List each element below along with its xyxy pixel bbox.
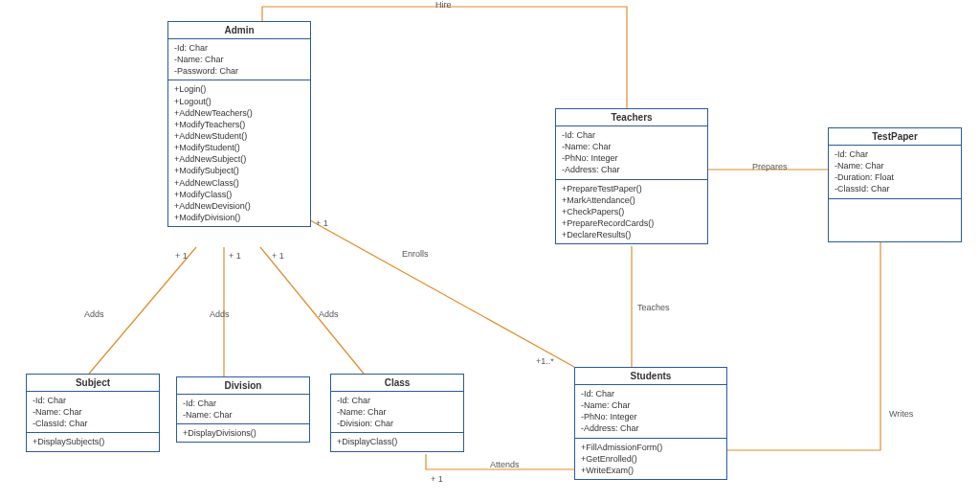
attr: -Name: Char <box>337 406 457 418</box>
method: +PrepareTestPaper() <box>562 183 702 194</box>
label-writes: Writes <box>889 409 913 419</box>
methods: +DisplayDivisions() <box>177 424 309 442</box>
label-hire: Hire <box>435 0 452 10</box>
attr: -Name: Char <box>562 141 702 152</box>
attributes: -Id: Char -Name: Char <box>177 395 309 424</box>
attr: -Name: Char <box>183 409 303 421</box>
attr: -Duration: Float <box>835 171 955 183</box>
attr: -Name: Char <box>835 160 955 171</box>
label-adds-3: Adds <box>319 309 339 319</box>
attr: -Address: Char <box>581 422 721 434</box>
label-teaches: Teaches <box>637 303 670 312</box>
attr: -Name: Char <box>581 399 721 411</box>
attr: -Name: Char <box>33 406 153 418</box>
method: +ModifyTeachers() <box>174 119 304 130</box>
attributes: -Id: Char -Name: Char -Division: Char <box>331 392 463 433</box>
class-title: Division <box>177 377 309 395</box>
attr: -PhNo: Integer <box>581 411 721 422</box>
attributes: -Id: Char -Name: Char -PhNo: Integer -Ad… <box>556 126 707 180</box>
method: +WriteExam() <box>581 465 721 476</box>
label-prepares: Prepares <box>752 162 788 171</box>
methods: +DisplaySubjects() <box>27 433 159 450</box>
attr: -Id: Char <box>183 398 303 409</box>
attributes: -Id: Char -Name: Char -Password: Char <box>168 39 310 80</box>
methods: +DisplayClass() <box>331 433 463 450</box>
class-testpaper: TestPaper -Id: Char -Name: Char -Duratio… <box>828 127 962 242</box>
attributes: -Id: Char -Name: Char -ClassId: Char <box>27 392 159 433</box>
mult-admin-division: + 1 <box>229 251 241 261</box>
mult-admin-class: + 1 <box>272 251 284 261</box>
attr: -ClassId: Char <box>835 183 955 194</box>
method: +Logout() <box>174 96 304 107</box>
attr: -Password: Char <box>174 65 304 77</box>
class-subject: Subject -Id: Char -Name: Char -ClassId: … <box>26 374 160 452</box>
attr: -Id: Char <box>562 129 702 141</box>
methods <box>829 199 961 241</box>
method: +DisplaySubjects() <box>33 436 153 447</box>
methods: +Login() +Logout() +AddNewTeachers() +Mo… <box>168 80 310 226</box>
mult-admin-subject: + 1 <box>175 251 188 261</box>
method: +DisplayClass() <box>337 436 457 447</box>
class-title: Admin <box>168 22 310 39</box>
method: +AddNewClass() <box>174 177 304 189</box>
class-division: Division -Id: Char -Name: Char +DisplayD… <box>176 376 310 443</box>
class-title: Subject <box>27 375 159 392</box>
method: +GetEnrolled() <box>581 453 721 465</box>
method: +MarkAttendance() <box>562 194 702 206</box>
methods: +PrepareTestPaper() +MarkAttendance() +C… <box>556 180 707 244</box>
method: +Login() <box>174 83 304 95</box>
attributes: -Id: Char -Name: Char -PhNo: Integer -Ad… <box>575 385 726 439</box>
mult-class-attends: + 1 <box>431 474 443 484</box>
method: +DisplayDivisions() <box>183 427 303 439</box>
method: +ModifyClass() <box>174 189 304 200</box>
label-enrolls: Enrolls <box>402 249 429 259</box>
method: +DeclareResults() <box>562 229 702 240</box>
class-title: Students <box>575 368 726 385</box>
class-title: TestPaper <box>829 128 961 146</box>
method: +AddNewStudent() <box>174 130 304 142</box>
method: +FillAdmissionForm() <box>581 442 721 453</box>
label-attends: Attends <box>490 460 520 469</box>
mult-admin-students: + 1 <box>316 218 328 228</box>
method: +AddNewSubject() <box>174 153 304 165</box>
class-title: Teachers <box>556 109 707 126</box>
attr: -Id: Char <box>337 395 457 406</box>
method: +ModifyDivision() <box>174 212 304 223</box>
label-adds-1: Adds <box>84 309 104 319</box>
class-title: Class <box>331 375 463 392</box>
method: +ModifyStudent() <box>174 142 304 153</box>
attr: -Division: Char <box>337 418 457 429</box>
method: +AddNewTeachers() <box>174 107 304 119</box>
class-students: Students -Id: Char -Name: Char -PhNo: In… <box>574 367 727 480</box>
attr: -Id: Char <box>581 388 721 399</box>
method: +ModifySubject() <box>174 165 304 176</box>
attr: -Id: Char <box>33 395 153 406</box>
attr: -Name: Char <box>174 54 304 65</box>
method: +PrepareRecordCards() <box>562 217 702 229</box>
method: +AddNewDevision() <box>174 200 304 212</box>
label-adds-2: Adds <box>210 309 230 319</box>
attr: -ClassId: Char <box>33 418 153 429</box>
attr: -Id: Char <box>835 148 955 160</box>
attr: -Id: Char <box>174 42 304 54</box>
methods: +FillAdmissionForm() +GetEnrolled() +Wri… <box>575 439 726 479</box>
class-admin: Admin -Id: Char -Name: Char -Password: C… <box>167 21 311 227</box>
attr: -PhNo: Integer <box>562 152 702 164</box>
attr: -Address: Char <box>562 164 702 175</box>
method: +CheckPapers() <box>562 206 702 217</box>
class-teachers: Teachers -Id: Char -Name: Char -PhNo: In… <box>555 108 708 244</box>
class-class: Class -Id: Char -Name: Char -Division: C… <box>330 374 464 452</box>
mult-students: +1..* <box>536 356 554 366</box>
attributes: -Id: Char -Name: Char -Duration: Float -… <box>829 146 961 199</box>
